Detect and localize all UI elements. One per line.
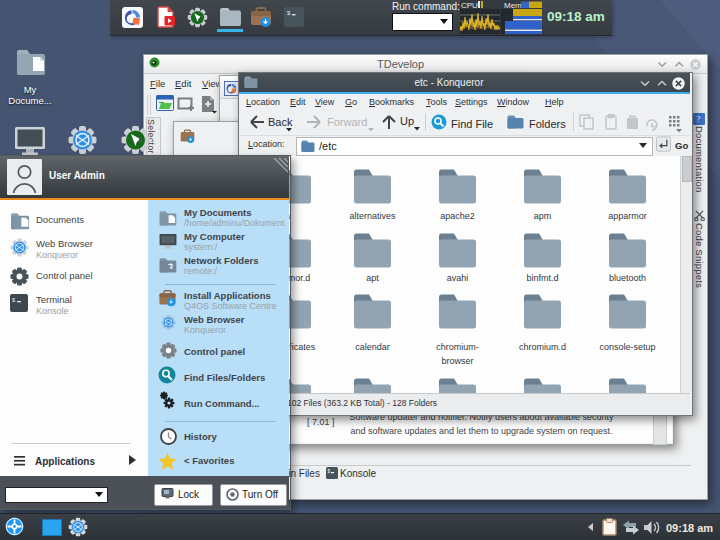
svg-text:Up: Up: [400, 115, 414, 127]
svg-text:CPU: CPU: [461, 1, 478, 10]
svg-text:Back: Back: [268, 116, 293, 128]
svg-text:$: $: [12, 297, 15, 303]
svg-text:?: ?: [696, 114, 700, 124]
svg-text:Forward: Forward: [327, 116, 367, 128]
svg-text:Mem: Mem: [504, 1, 522, 10]
